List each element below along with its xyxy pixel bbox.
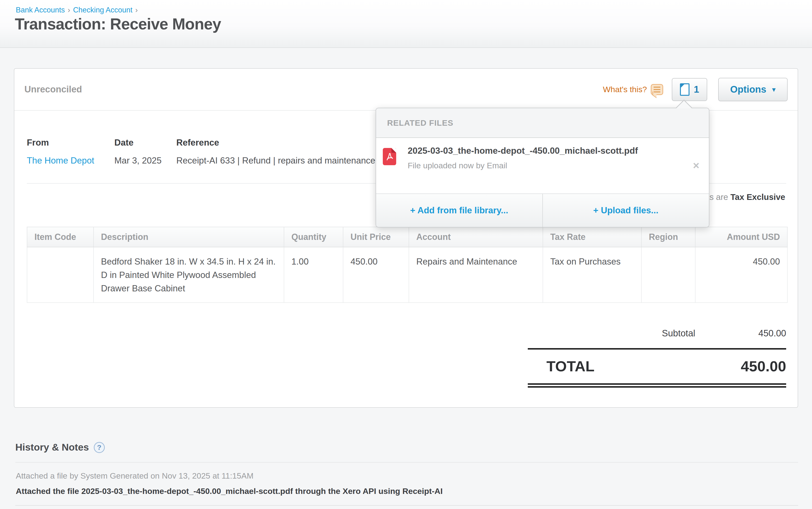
popover-file-row: 2025-03-03_the-home-depot_-450.00_michae… (376, 138, 709, 194)
popover-footer: + Add from file library... + Upload file… (376, 194, 709, 227)
total-row: TOTAL 450.00 (528, 349, 786, 383)
total-value: 450.00 (594, 358, 786, 375)
pdf-file-icon (383, 148, 396, 165)
contact-link[interactable]: The Home Depot (27, 156, 94, 166)
whats-this-label: What's this? (603, 85, 647, 94)
page-title: Transaction: Receive Money (15, 15, 221, 33)
date-label: Date (114, 138, 134, 148)
date-value: Mar 3, 2025 (114, 156, 161, 166)
breadcrumb-separator: › (136, 6, 138, 14)
from-label: From (27, 138, 49, 148)
cell-tax-rate: Tax on Purchases (543, 247, 641, 303)
table-header-row: Item Code Description Quantity Unit Pric… (27, 227, 787, 247)
history-title-text: History & Notes (15, 442, 89, 453)
breadcrumb-checking-account[interactable]: Checking Account (73, 6, 132, 14)
cell-amount: 450.00 (695, 247, 787, 303)
popover-arrow (675, 100, 693, 108)
col-tax-rate: Tax Rate (543, 227, 641, 247)
line-items-table: Item Code Description Quantity Unit Pric… (27, 227, 787, 303)
whats-this-link[interactable]: What's this? (603, 84, 663, 95)
related-files-popover: RELATED FILES 2025-03-03_the-home-depot_… (376, 108, 709, 228)
file-count: 1 (694, 84, 699, 95)
cell-item-code (27, 247, 94, 303)
history-entry-text: Attached the file 2025-03-03_the-home-de… (16, 486, 443, 496)
chevron-down-icon: ▾ (772, 85, 776, 94)
reference-value: Receipt-AI 633 | Refund | repairs and ma… (176, 156, 375, 166)
table-row: Bedford Shaker 18 in. W x 34.5 in. H x 2… (27, 247, 787, 303)
col-description: Description (94, 227, 284, 247)
status-badge: Unreconciled (25, 84, 82, 95)
breadcrumb: Bank Accounts›Checking Account› (16, 6, 141, 14)
file-meta: File uploaded now by Email (408, 161, 678, 170)
help-icon[interactable]: ? (94, 442, 105, 453)
totals-section: Subtotal 450.00 TOTAL 450.00 (528, 325, 786, 387)
col-account: Account (409, 227, 543, 247)
total-label: TOTAL (547, 358, 594, 375)
card-header-actions: What's this? 1 Options ▾ (603, 78, 787, 101)
file-name-link[interactable]: 2025-03-03_the-home-depot_-450.00_michae… (408, 145, 678, 157)
subtotal-value: 450.00 (695, 328, 786, 339)
history-entry-meta: Attached a file by System Generated on N… (16, 471, 254, 480)
cell-unit-price: 450.00 (343, 247, 409, 303)
upload-files-button[interactable]: + Upload files... (542, 194, 709, 227)
tax-mode-value: Tax Exclusive (730, 192, 785, 202)
cell-account: Repairs and Maintenance (409, 247, 543, 303)
add-from-library-button[interactable]: + Add from file library... (376, 194, 542, 227)
divider (15, 505, 798, 506)
options-label: Options (730, 84, 766, 95)
subtotal-label: Subtotal (528, 328, 695, 339)
popover-header: RELATED FILES (376, 108, 709, 138)
col-unit-price: Unit Price (343, 227, 409, 247)
subtotal-row: Subtotal 450.00 (528, 325, 786, 348)
popover-title: RELATED FILES (387, 118, 453, 128)
reference-label: Reference (176, 138, 219, 148)
attached-files-button[interactable]: 1 (672, 78, 707, 101)
divider (15, 462, 798, 463)
col-amount-usd: Amount USD (695, 227, 787, 247)
col-item-code: Item Code (27, 227, 94, 247)
speech-bubble-icon (651, 84, 663, 95)
history-section-title: History & Notes ? (15, 442, 105, 453)
cell-description: Bedford Shaker 18 in. W x 34.5 in. H x 2… (94, 247, 284, 303)
total-double-rule (528, 383, 786, 387)
cell-quantity: 1.00 (284, 247, 343, 303)
breadcrumb-separator: › (68, 6, 70, 14)
col-quantity: Quantity (284, 227, 343, 247)
breadcrumb-bank-accounts[interactable]: Bank Accounts (16, 6, 65, 14)
col-region: Region (641, 227, 695, 247)
options-button[interactable]: Options ▾ (718, 78, 787, 101)
document-icon (680, 83, 690, 96)
page: Bank Accounts›Checking Account› Transact… (0, 0, 812, 509)
close-icon[interactable]: × (693, 160, 699, 171)
file-info: 2025-03-03_the-home-depot_-450.00_michae… (408, 145, 678, 194)
cell-region (641, 247, 695, 303)
